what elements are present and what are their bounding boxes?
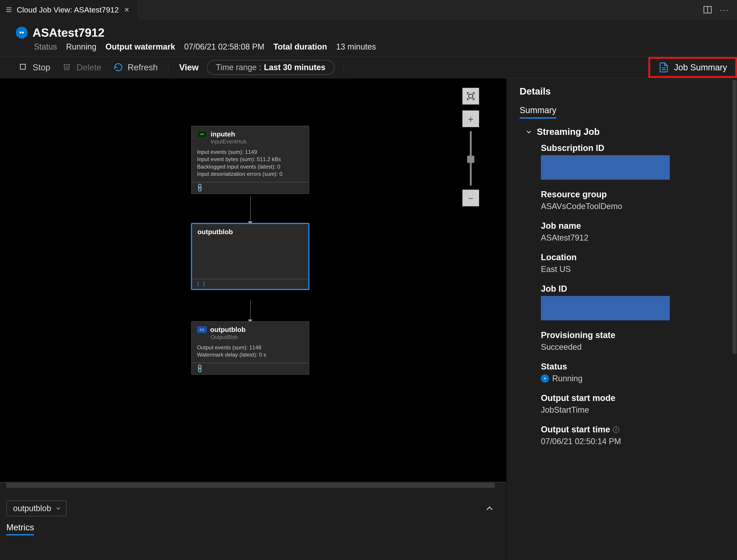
metrics-tab[interactable]: Metrics: [6, 523, 34, 535]
info-icon[interactable]: i: [613, 427, 619, 433]
input-metric-4: Input deserialization errors (sum): 0: [197, 170, 303, 178]
job-id-value-redacted: [541, 296, 670, 320]
vertical-scrollbar[interactable]: [732, 80, 737, 354]
status-value: Running: [66, 42, 96, 52]
provisioning-label: Provisioning state: [541, 330, 728, 340]
field-resource-group: Resource group ASAVsCodeToolDemo: [541, 190, 728, 211]
delete-label: Delete: [76, 63, 101, 72]
edge-input-to-query: [250, 196, 251, 222]
job-summary-label: Job Summary: [674, 63, 727, 72]
split-editor-icon[interactable]: [703, 5, 713, 15]
job-name-value: ASAtest7912: [541, 233, 728, 243]
tab-title: Cloud Job View: ASAtest7912: [17, 5, 119, 14]
input-node-subtitle: InputEventHub: [192, 138, 309, 146]
braces-icon: { }: [197, 281, 206, 287]
zoom-out-button[interactable]: －: [462, 190, 479, 206]
query-node[interactable]: outputblob { }: [191, 223, 309, 290]
trash-icon: [62, 62, 72, 72]
section-title: Streaming Job: [537, 127, 600, 137]
metrics-panel: outputblob Metrics: [0, 482, 506, 559]
provisioning-value: Succeeded: [541, 342, 728, 352]
input-node-title: inputeh: [211, 130, 235, 138]
field-start-time: Output start time i 07/06/21 02:50:14 PM: [541, 425, 728, 446]
close-tab-icon[interactable]: ×: [123, 5, 131, 15]
chevron-down-icon: [55, 505, 62, 512]
output-node-subtitle: OutputBlob: [192, 334, 309, 342]
subscription-id-value-redacted: [541, 155, 670, 180]
field-status: Status • Running: [541, 362, 728, 383]
svg-rect-5: [20, 64, 25, 69]
time-range-value: Last 30 minutes: [264, 63, 326, 72]
output-metric-1: Output events (sum): 1148: [197, 344, 303, 351]
field-location: Location East US: [541, 253, 728, 274]
input-metric-2: Input event bytes (sum): 511.2 kBs: [197, 156, 303, 163]
start-mode-value: JobStartTime: [541, 405, 728, 415]
job-name-label: Job name: [541, 221, 728, 231]
stop-button[interactable]: Stop: [14, 60, 55, 75]
editor-tab[interactable]: Cloud Job View: ASAtest7912 ×: [0, 0, 137, 19]
view-label: View: [175, 60, 203, 75]
output-metric-2: Watermark delay (latest): 0 s: [197, 351, 303, 358]
output-node[interactable]: ▭ outputblob OutputBlob Output events (s…: [191, 321, 309, 375]
collapse-panel-icon[interactable]: [484, 503, 495, 514]
zoom-controls: ＋ －: [462, 88, 479, 206]
input-metric-1: Input events (sum): 1149: [197, 148, 303, 156]
field-subscription-id: Subscription ID: [541, 143, 728, 180]
chevron-down-icon: [525, 128, 533, 136]
eventhub-icon: ▪▪: [197, 131, 207, 138]
link-icon: 🔗: [195, 363, 205, 374]
status-label: Status: [34, 42, 57, 52]
time-range-label: Time range :: [216, 63, 261, 72]
field-provisioning: Provisioning state Succeeded: [541, 330, 728, 352]
job-icon: ••: [16, 27, 28, 38]
duration-value: 13 minutes: [336, 42, 376, 52]
running-status-icon: •: [541, 374, 549, 383]
zoom-fit-button[interactable]: [462, 88, 479, 105]
location-value: East US: [541, 265, 728, 274]
field-start-mode: Output start mode JobStartTime: [541, 393, 728, 415]
location-label: Location: [541, 253, 728, 262]
watermark-value: 07/06/21 02:58:08 PM: [184, 42, 264, 52]
job-summary-button[interactable]: Job Summary: [648, 57, 737, 78]
node-selector-dropdown[interactable]: outputblob: [6, 500, 67, 516]
zoom-in-button[interactable]: ＋: [462, 110, 479, 127]
main-area: ＋ － ▪▪ inputeh InputEventHub Input event…: [0, 78, 737, 559]
link-icon: 🔗: [195, 183, 205, 193]
blob-icon: ▭: [197, 326, 207, 333]
refresh-button[interactable]: Refresh: [109, 60, 163, 75]
input-metric-3: Backlogged input events (latest): 0: [197, 163, 303, 170]
list-icon: [5, 6, 13, 14]
stop-icon: [19, 62, 29, 72]
document-icon: [658, 62, 669, 73]
job-id-label: Job ID: [541, 284, 728, 294]
zoom-slider[interactable]: [470, 131, 472, 186]
field-job-name: Job name ASAtest7912: [541, 221, 728, 243]
start-time-label: Output start time: [541, 425, 610, 434]
delete-button[interactable]: Delete: [57, 60, 106, 75]
summary-tab[interactable]: Summary: [520, 105, 556, 119]
dropdown-value: outputblob: [13, 504, 51, 513]
diagram-pane: ＋ － ▪▪ inputeh InputEventHub Input event…: [0, 78, 506, 559]
query-node-body: [192, 236, 308, 279]
start-mode-label: Output start mode: [541, 393, 728, 403]
more-actions-icon[interactable]: ···: [719, 5, 729, 15]
diagram-canvas[interactable]: ＋ － ▪▪ inputeh InputEventHub Input event…: [0, 78, 506, 482]
refresh-icon: [114, 62, 124, 72]
detail-status-label: Status: [541, 362, 728, 372]
start-time-value: 07/06/21 02:50:14 PM: [541, 437, 728, 446]
time-range-selector[interactable]: Time range : Last 30 minutes: [207, 60, 335, 75]
streaming-job-section-header[interactable]: Streaming Job: [525, 127, 728, 137]
job-header: •• ASAtest7912 Status Running Output wat…: [0, 19, 737, 57]
edge-query-to-output: [250, 300, 251, 320]
job-title: ASAtest7912: [33, 26, 105, 39]
refresh-label: Refresh: [128, 63, 158, 72]
toolbar: Stop Delete Refresh View Time range : La…: [0, 57, 737, 78]
field-job-id: Job ID: [541, 284, 728, 320]
stop-label: Stop: [33, 63, 50, 72]
input-node[interactable]: ▪▪ inputeh InputEventHub Input events (s…: [191, 126, 309, 194]
duration-label: Total duration: [274, 42, 327, 52]
zoom-slider-thumb[interactable]: [467, 156, 474, 163]
toolbar-divider-2: [344, 61, 344, 74]
detail-status-value: Running: [552, 374, 582, 383]
horizontal-scrollbar[interactable]: [6, 483, 495, 488]
